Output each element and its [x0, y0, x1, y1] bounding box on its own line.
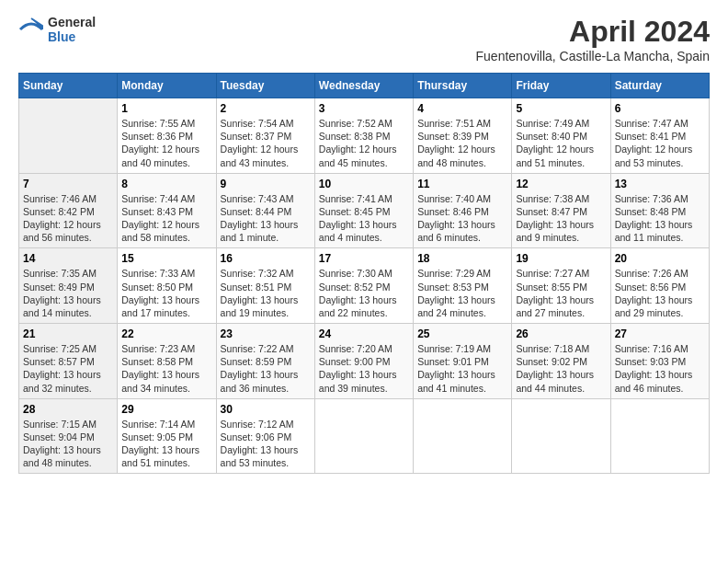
day-number: 1 — [121, 102, 211, 115]
day-info: Sunrise: 7:25 AMSunset: 8:57 PMDaylight:… — [23, 342, 113, 395]
table-cell — [610, 398, 709, 474]
day-info: Sunrise: 7:15 AMSunset: 9:04 PMDaylight:… — [23, 418, 113, 470]
table-cell: 8Sunrise: 7:44 AMSunset: 8:43 PMDaylight… — [118, 173, 216, 248]
header-wednesday: Wednesday — [314, 74, 413, 98]
table-cell: 9Sunrise: 7:43 AMSunset: 8:44 PMDaylight… — [216, 173, 314, 248]
week-row-3: 14Sunrise: 7:35 AMSunset: 8:49 PMDayligh… — [19, 248, 710, 324]
week-row-2: 7Sunrise: 7:46 AMSunset: 8:42 PMDaylight… — [19, 173, 710, 248]
day-info: Sunrise: 7:19 AMSunset: 9:01 PMDaylight:… — [417, 342, 507, 395]
day-number: 4 — [417, 102, 507, 115]
day-info: Sunrise: 7:40 AMSunset: 8:46 PMDaylight:… — [417, 192, 507, 245]
day-number: 11 — [417, 178, 507, 190]
table-cell: 21Sunrise: 7:25 AMSunset: 8:57 PMDayligh… — [19, 324, 118, 399]
day-info: Sunrise: 7:16 AMSunset: 9:03 PMDaylight:… — [615, 342, 705, 395]
table-cell: 1Sunrise: 7:55 AMSunset: 8:36 PMDaylight… — [118, 98, 216, 174]
table-cell: 6Sunrise: 7:47 AMSunset: 8:41 PMDaylight… — [610, 98, 709, 174]
day-number: 28 — [23, 403, 113, 416]
table-cell: 2Sunrise: 7:54 AMSunset: 8:37 PMDaylight… — [216, 98, 314, 174]
table-cell: 11Sunrise: 7:40 AMSunset: 8:46 PMDayligh… — [414, 173, 512, 248]
table-cell: 10Sunrise: 7:41 AMSunset: 8:45 PMDayligh… — [314, 173, 413, 248]
table-cell: 29Sunrise: 7:14 AMSunset: 9:05 PMDayligh… — [118, 398, 216, 474]
day-info: Sunrise: 7:29 AMSunset: 8:53 PMDaylight:… — [417, 267, 507, 319]
day-number: 23 — [221, 327, 311, 340]
day-info: Sunrise: 7:27 AMSunset: 8:55 PMDaylight:… — [516, 267, 606, 319]
day-number: 8 — [121, 178, 211, 190]
day-info: Sunrise: 7:55 AMSunset: 8:36 PMDaylight:… — [121, 117, 211, 169]
day-info: Sunrise: 7:47 AMSunset: 8:41 PMDaylight:… — [615, 117, 705, 169]
day-info: Sunrise: 7:43 AMSunset: 8:44 PMDaylight:… — [221, 192, 311, 245]
table-cell: 5Sunrise: 7:49 AMSunset: 8:40 PMDaylight… — [512, 98, 610, 174]
day-number: 10 — [319, 178, 409, 190]
day-info: Sunrise: 7:54 AMSunset: 8:37 PMDaylight:… — [221, 117, 311, 169]
table-cell — [414, 398, 512, 474]
table-cell — [19, 98, 118, 174]
day-number: 2 — [221, 102, 311, 115]
table-cell: 23Sunrise: 7:22 AMSunset: 8:59 PMDayligh… — [216, 324, 314, 399]
day-info: Sunrise: 7:38 AMSunset: 8:47 PMDaylight:… — [516, 192, 606, 245]
table-cell: 3Sunrise: 7:52 AMSunset: 8:38 PMDaylight… — [314, 98, 413, 174]
day-info: Sunrise: 7:52 AMSunset: 8:38 PMDaylight:… — [319, 117, 409, 169]
day-number: 20 — [615, 252, 705, 265]
day-info: Sunrise: 7:26 AMSunset: 8:56 PMDaylight:… — [615, 267, 705, 319]
table-cell: 27Sunrise: 7:16 AMSunset: 9:03 PMDayligh… — [610, 324, 709, 399]
day-number: 5 — [516, 102, 606, 115]
table-cell: 22Sunrise: 7:23 AMSunset: 8:58 PMDayligh… — [118, 324, 216, 399]
logo-graphic — [18, 17, 44, 42]
day-number: 19 — [516, 252, 606, 265]
page-title: April 2024 — [476, 15, 710, 49]
day-info: Sunrise: 7:14 AMSunset: 9:05 PMDaylight:… — [121, 418, 211, 470]
table-cell: 19Sunrise: 7:27 AMSunset: 8:55 PMDayligh… — [512, 248, 610, 324]
day-info: Sunrise: 7:49 AMSunset: 8:40 PMDaylight:… — [516, 117, 606, 169]
day-info: Sunrise: 7:23 AMSunset: 8:58 PMDaylight:… — [121, 342, 211, 395]
table-cell: 7Sunrise: 7:46 AMSunset: 8:42 PMDaylight… — [19, 173, 118, 248]
day-number: 15 — [121, 252, 211, 265]
table-cell: 4Sunrise: 7:51 AMSunset: 8:39 PMDaylight… — [414, 98, 512, 174]
week-row-1: 1Sunrise: 7:55 AMSunset: 8:36 PMDaylight… — [19, 98, 710, 174]
table-cell: 24Sunrise: 7:20 AMSunset: 9:00 PMDayligh… — [314, 324, 413, 399]
day-info: Sunrise: 7:30 AMSunset: 8:52 PMDaylight:… — [319, 267, 409, 319]
day-number: 21 — [23, 327, 113, 340]
day-number: 14 — [23, 252, 113, 265]
day-number: 27 — [615, 327, 705, 340]
calendar-table: SundayMondayTuesdayWednesdayThursdayFrid… — [18, 73, 710, 474]
day-number: 7 — [23, 178, 113, 190]
table-cell: 17Sunrise: 7:30 AMSunset: 8:52 PMDayligh… — [314, 248, 413, 324]
day-info: Sunrise: 7:46 AMSunset: 8:42 PMDaylight:… — [23, 192, 113, 245]
header-thursday: Thursday — [414, 74, 512, 98]
day-number: 22 — [121, 327, 211, 340]
day-info: Sunrise: 7:32 AMSunset: 8:51 PMDaylight:… — [221, 267, 311, 319]
table-cell: 28Sunrise: 7:15 AMSunset: 9:04 PMDayligh… — [19, 398, 118, 474]
table-cell: 15Sunrise: 7:33 AMSunset: 8:50 PMDayligh… — [118, 248, 216, 324]
day-number: 17 — [319, 252, 409, 265]
day-info: Sunrise: 7:12 AMSunset: 9:06 PMDaylight:… — [221, 418, 311, 470]
week-row-5: 28Sunrise: 7:15 AMSunset: 9:04 PMDayligh… — [19, 398, 710, 474]
logo: General Blue — [18, 15, 96, 44]
day-number: 16 — [221, 252, 311, 265]
table-cell — [512, 398, 610, 474]
day-number: 13 — [615, 178, 705, 190]
day-number: 26 — [516, 327, 606, 340]
day-number: 18 — [417, 252, 507, 265]
page-subtitle: Fuentenovilla, Castille-La Mancha, Spain — [476, 49, 710, 63]
table-cell: 12Sunrise: 7:38 AMSunset: 8:47 PMDayligh… — [512, 173, 610, 248]
day-info: Sunrise: 7:51 AMSunset: 8:39 PMDaylight:… — [417, 117, 507, 169]
day-number: 24 — [319, 327, 409, 340]
page-header: General Blue April 2024 Fuentenovilla, C… — [18, 15, 710, 63]
calendar-header-row: SundayMondayTuesdayWednesdayThursdayFrid… — [19, 74, 710, 98]
day-info: Sunrise: 7:44 AMSunset: 8:43 PMDaylight:… — [121, 192, 211, 245]
calendar-body: 1Sunrise: 7:55 AMSunset: 8:36 PMDaylight… — [19, 98, 710, 474]
table-cell: 18Sunrise: 7:29 AMSunset: 8:53 PMDayligh… — [414, 248, 512, 324]
svg-rect-0 — [18, 17, 44, 42]
table-cell: 30Sunrise: 7:12 AMSunset: 9:06 PMDayligh… — [216, 398, 314, 474]
title-block: April 2024 Fuentenovilla, Castille-La Ma… — [476, 15, 710, 63]
header-saturday: Saturday — [610, 74, 709, 98]
logo-blue: Blue — [48, 29, 96, 44]
day-info: Sunrise: 7:41 AMSunset: 8:45 PMDaylight:… — [319, 192, 409, 245]
day-number: 6 — [615, 102, 705, 115]
day-number: 3 — [319, 102, 409, 115]
table-cell: 14Sunrise: 7:35 AMSunset: 8:49 PMDayligh… — [19, 248, 118, 324]
day-number: 30 — [221, 403, 311, 416]
table-cell — [314, 398, 413, 474]
day-number: 9 — [221, 178, 311, 190]
day-info: Sunrise: 7:35 AMSunset: 8:49 PMDaylight:… — [23, 267, 113, 319]
